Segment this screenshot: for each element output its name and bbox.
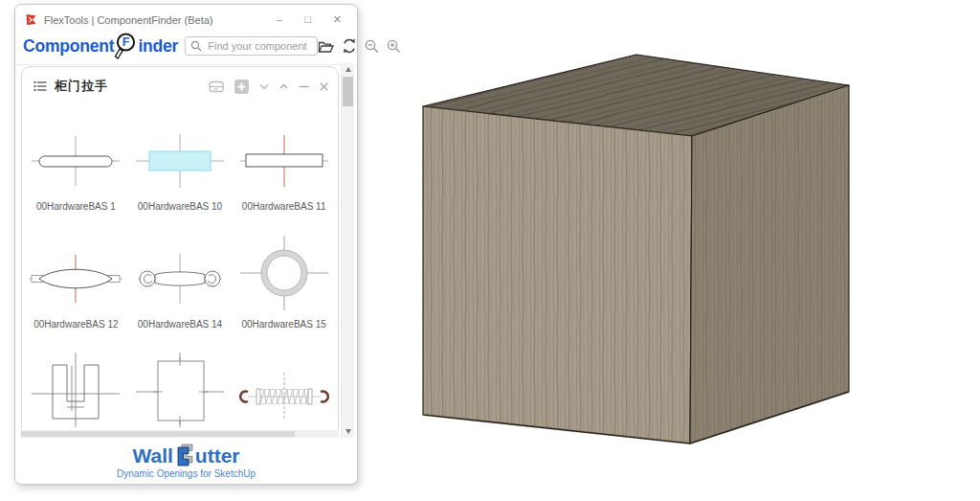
square-plate-drawing: [130, 350, 230, 430]
component-label: 00HardwareBAS 10: [138, 201, 222, 212]
component-grid: 00HardwareBAS 1 00HardwareBAS 10: [22, 98, 338, 431]
wallcutter-logo: Wall utter: [132, 444, 239, 467]
component-thumbnail[interactable]: 00HardwareBAS 15: [232, 217, 336, 335]
header-row: Component F inder: [15, 31, 357, 61]
flextools-icon: [25, 13, 37, 26]
sketchup-viewport[interactable]: FlexTools | ComponentFinder (Beta) – □ ✕…: [0, 0, 980, 501]
open-folder-icon[interactable]: [318, 39, 334, 54]
svg-text:F: F: [122, 35, 130, 49]
minimize-button[interactable]: –: [277, 14, 282, 25]
minimize-panel-icon[interactable]: [299, 85, 309, 88]
maximize-button[interactable]: □: [304, 14, 311, 25]
collection-title: 柜门拉手: [55, 78, 108, 95]
collection-card: 柜门拉手: [21, 66, 339, 431]
component-label: 00HardwareBAS 14: [138, 319, 222, 330]
componentfinder-logo: Component F inder: [23, 32, 178, 61]
scrollbar-thumb[interactable]: [343, 77, 353, 106]
wallcutter-banner[interactable]: Wall utter Dynamic Openings for SketchUp: [15, 444, 357, 479]
logo-text-component: Component: [23, 36, 114, 57]
component-thumbnail[interactable]: 00HardwareBAS 1: [24, 100, 128, 217]
component-list-area: 柜门拉手: [19, 63, 340, 431]
drawer-icon[interactable]: [209, 80, 224, 93]
component-thumbnail[interactable]: 00HardwareBAS 12: [24, 217, 128, 335]
zoom-in-icon[interactable]: [387, 39, 401, 54]
search-input[interactable]: [185, 36, 318, 56]
vertical-scrollbar[interactable]: [341, 63, 354, 438]
component-thumbnail[interactable]: 00HardwareBAS 17: [128, 335, 233, 431]
refresh-icon[interactable]: [342, 38, 357, 54]
close-button[interactable]: ✕: [333, 14, 342, 25]
component-thumbnail[interactable]: 00HardwareBAS 14: [128, 217, 233, 335]
scroll-handle-drawing: [130, 245, 230, 312]
magnifier-f-icon: F: [113, 32, 139, 61]
close-panel-icon[interactable]: [320, 82, 328, 91]
componentfinder-window: FlexTools | ComponentFinder (Beta) – □ ✕…: [14, 4, 358, 485]
wallcutter-text-wall: Wall: [132, 445, 172, 466]
component-label: 00HardwareBAS 1: [36, 201, 116, 212]
component-label: 00HardwareBAS 11: [242, 201, 326, 212]
wallcutter-tagline: Dynamic Openings for SketchUp: [15, 468, 357, 479]
component-thumbnail[interactable]: 00HardwareBAS 11: [232, 100, 336, 217]
component-label: 00HardwareBAS 12: [33, 319, 118, 330]
list-icon[interactable]: [33, 80, 47, 92]
horizontal-scrollbar[interactable]: [20, 430, 339, 438]
collapse-up-icon[interactable]: [279, 83, 288, 89]
cyan-plate-drawing: [130, 127, 230, 194]
plus-icon: [237, 82, 246, 91]
component-thumbnail[interactable]: 00HardwareBAS 16: [24, 335, 128, 431]
titlebar[interactable]: FlexTools | ComponentFinder (Beta) – □ ✕: [15, 5, 357, 31]
u-bracket-drawing: [26, 350, 125, 430]
collection-header: 柜门拉手: [22, 67, 338, 98]
component-label: 00HardwareBAS 15: [241, 319, 325, 330]
hscrollbar-thumb[interactable]: [21, 431, 295, 437]
logo-text-inder: inder: [138, 36, 178, 57]
zoom-out-icon[interactable]: [365, 39, 379, 54]
arrow-down-icon: [345, 429, 351, 434]
cube-model[interactable]: [423, 55, 849, 444]
arrow-up-icon: [345, 67, 351, 72]
component-thumbnail[interactable]: 00HardwareBAS 18: [232, 335, 336, 431]
window-title: FlexTools | ComponentFinder (Beta): [44, 14, 213, 26]
lens-handle-drawing: [26, 245, 125, 312]
pill-handle-drawing: [26, 127, 125, 194]
component-thumbnail[interactable]: 00HardwareBAS 10: [128, 100, 233, 217]
scroll-up-button[interactable]: [342, 63, 354, 76]
flat-bar-drawing: [234, 127, 334, 194]
wallcutter-text-utter: utter: [195, 445, 240, 466]
scroll-down-button[interactable]: [342, 425, 354, 438]
chevron-down-icon[interactable]: [259, 83, 269, 90]
wallcutter-c-icon: [174, 444, 194, 467]
coil-spring-drawing: [234, 363, 334, 430]
ring-pull-drawing: [234, 234, 334, 312]
add-component-button[interactable]: [234, 80, 249, 94]
search-icon: [190, 40, 202, 52]
